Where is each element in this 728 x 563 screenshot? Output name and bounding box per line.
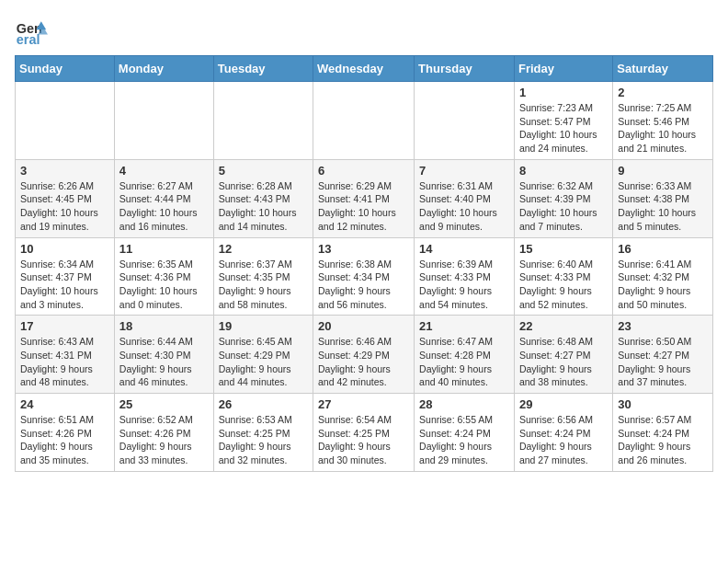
calendar-header-saturday: Saturday — [613, 56, 713, 82]
calendar-cell — [16, 82, 115, 160]
calendar-cell — [313, 82, 415, 160]
day-number: 20 — [318, 319, 409, 333]
calendar-cell: 16Sunrise: 6:41 AM Sunset: 4:32 PM Dayli… — [613, 237, 713, 316]
day-info: Sunrise: 6:53 AM Sunset: 4:25 PM Dayligh… — [219, 413, 308, 467]
calendar-cell: 26Sunrise: 6:53 AM Sunset: 4:25 PM Dayli… — [213, 394, 313, 472]
day-info: Sunrise: 6:39 AM Sunset: 4:33 PM Dayligh… — [419, 258, 509, 312]
calendar-cell: 13Sunrise: 6:38 AM Sunset: 4:34 PM Dayli… — [313, 237, 415, 316]
calendar-header-thursday: Thursday — [415, 56, 515, 82]
calendar-header-tuesday: Tuesday — [213, 56, 313, 82]
calendar-cell: 1Sunrise: 7:23 AM Sunset: 5:47 PM Daylig… — [514, 82, 612, 160]
day-info: Sunrise: 6:31 AM Sunset: 4:40 PM Dayligh… — [419, 179, 509, 234]
calendar-cell: 29Sunrise: 6:56 AM Sunset: 4:24 PM Dayli… — [514, 394, 612, 472]
calendar-cell — [415, 82, 515, 160]
day-info: Sunrise: 6:33 AM Sunset: 4:38 PM Dayligh… — [618, 179, 708, 234]
day-info: Sunrise: 6:32 AM Sunset: 4:39 PM Dayligh… — [519, 179, 608, 234]
logo: Gen eral — [15, 15, 53, 48]
header: Gen eral — [15, 15, 713, 48]
calendar-week-2: 3Sunrise: 6:26 AM Sunset: 4:45 PM Daylig… — [16, 159, 713, 237]
day-number: 23 — [618, 319, 708, 333]
day-info: Sunrise: 6:54 AM Sunset: 4:25 PM Dayligh… — [318, 413, 409, 467]
day-number: 2 — [618, 86, 708, 99]
day-info: Sunrise: 6:50 AM Sunset: 4:27 PM Dayligh… — [618, 335, 708, 389]
day-info: Sunrise: 6:44 AM Sunset: 4:30 PM Dayligh… — [119, 335, 209, 389]
calendar-cell: 8Sunrise: 6:32 AM Sunset: 4:39 PM Daylig… — [514, 159, 612, 237]
calendar-header-sunday: Sunday — [16, 56, 115, 82]
day-info: Sunrise: 6:28 AM Sunset: 4:43 PM Dayligh… — [219, 179, 308, 234]
day-info: Sunrise: 6:55 AM Sunset: 4:24 PM Dayligh… — [419, 413, 509, 467]
calendar-cell — [213, 82, 313, 160]
day-number: 25 — [119, 397, 209, 411]
calendar-cell: 6Sunrise: 6:29 AM Sunset: 4:41 PM Daylig… — [313, 159, 415, 237]
day-info: Sunrise: 6:40 AM Sunset: 4:33 PM Dayligh… — [519, 258, 608, 312]
day-number: 5 — [219, 164, 308, 178]
day-number: 26 — [219, 397, 308, 411]
day-info: Sunrise: 6:26 AM Sunset: 4:45 PM Dayligh… — [20, 179, 109, 234]
day-info: Sunrise: 6:43 AM Sunset: 4:31 PM Dayligh… — [20, 335, 109, 389]
calendar-week-5: 24Sunrise: 6:51 AM Sunset: 4:26 PM Dayli… — [16, 394, 713, 472]
day-number: 19 — [219, 319, 308, 333]
day-info: Sunrise: 6:47 AM Sunset: 4:28 PM Dayligh… — [419, 335, 509, 389]
day-number: 4 — [119, 164, 209, 178]
day-number: 13 — [318, 242, 409, 256]
day-number: 7 — [419, 164, 509, 178]
calendar-cell: 2Sunrise: 7:25 AM Sunset: 5:46 PM Daylig… — [613, 82, 713, 160]
calendar-body: 1Sunrise: 7:23 AM Sunset: 5:47 PM Daylig… — [16, 82, 713, 472]
calendar-week-3: 10Sunrise: 6:34 AM Sunset: 4:37 PM Dayli… — [16, 237, 713, 316]
day-info: Sunrise: 6:34 AM Sunset: 4:37 PM Dayligh… — [20, 258, 109, 312]
calendar-week-4: 17Sunrise: 6:43 AM Sunset: 4:31 PM Dayli… — [16, 316, 713, 394]
calendar-header-friday: Friday — [514, 56, 612, 82]
svg-text:eral: eral — [17, 32, 40, 47]
calendar-cell: 25Sunrise: 6:52 AM Sunset: 4:26 PM Dayli… — [114, 394, 213, 472]
day-number: 15 — [519, 242, 608, 256]
calendar-cell: 4Sunrise: 6:27 AM Sunset: 4:44 PM Daylig… — [114, 159, 213, 237]
day-info: Sunrise: 6:45 AM Sunset: 4:29 PM Dayligh… — [219, 335, 308, 389]
day-number: 27 — [318, 397, 409, 411]
calendar-cell: 12Sunrise: 6:37 AM Sunset: 4:35 PM Dayli… — [213, 237, 313, 316]
day-number: 14 — [419, 242, 509, 256]
day-info: Sunrise: 7:25 AM Sunset: 5:46 PM Dayligh… — [618, 101, 708, 155]
day-info: Sunrise: 6:52 AM Sunset: 4:26 PM Dayligh… — [119, 413, 209, 467]
calendar-cell: 18Sunrise: 6:44 AM Sunset: 4:30 PM Dayli… — [114, 316, 213, 394]
calendar-cell: 24Sunrise: 6:51 AM Sunset: 4:26 PM Dayli… — [16, 394, 115, 472]
day-number: 24 — [20, 397, 109, 411]
day-number: 30 — [618, 397, 708, 411]
calendar-header-monday: Monday — [114, 56, 213, 82]
day-info: Sunrise: 6:57 AM Sunset: 4:24 PM Dayligh… — [618, 413, 708, 467]
calendar-cell: 30Sunrise: 6:57 AM Sunset: 4:24 PM Dayli… — [613, 394, 713, 472]
day-number: 21 — [419, 319, 509, 333]
day-number: 22 — [519, 319, 608, 333]
day-info: Sunrise: 6:27 AM Sunset: 4:44 PM Dayligh… — [119, 179, 209, 234]
calendar-cell: 9Sunrise: 6:33 AM Sunset: 4:38 PM Daylig… — [613, 159, 713, 237]
day-number: 9 — [618, 164, 708, 178]
calendar-cell: 27Sunrise: 6:54 AM Sunset: 4:25 PM Dayli… — [313, 394, 415, 472]
day-number: 6 — [318, 164, 409, 178]
day-number: 1 — [519, 86, 608, 99]
calendar-cell: 7Sunrise: 6:31 AM Sunset: 4:40 PM Daylig… — [415, 159, 515, 237]
calendar-cell — [114, 82, 213, 160]
day-number: 17 — [20, 319, 109, 333]
logo-icon: Gen eral — [15, 15, 48, 48]
calendar-cell: 5Sunrise: 6:28 AM Sunset: 4:43 PM Daylig… — [213, 159, 313, 237]
calendar-header-row: SundayMondayTuesdayWednesdayThursdayFrid… — [16, 56, 713, 82]
day-number: 29 — [519, 397, 608, 411]
day-info: Sunrise: 6:35 AM Sunset: 4:36 PM Dayligh… — [119, 258, 209, 312]
day-number: 8 — [519, 164, 608, 178]
day-info: Sunrise: 6:37 AM Sunset: 4:35 PM Dayligh… — [219, 258, 308, 312]
calendar-cell: 28Sunrise: 6:55 AM Sunset: 4:24 PM Dayli… — [415, 394, 515, 472]
calendar-cell: 10Sunrise: 6:34 AM Sunset: 4:37 PM Dayli… — [16, 237, 115, 316]
day-info: Sunrise: 6:56 AM Sunset: 4:24 PM Dayligh… — [519, 413, 608, 467]
calendar-cell: 17Sunrise: 6:43 AM Sunset: 4:31 PM Dayli… — [16, 316, 115, 394]
day-number: 3 — [20, 164, 109, 178]
day-number: 16 — [618, 242, 708, 256]
day-info: Sunrise: 7:23 AM Sunset: 5:47 PM Dayligh… — [519, 101, 608, 155]
calendar-cell: 11Sunrise: 6:35 AM Sunset: 4:36 PM Dayli… — [114, 237, 213, 316]
day-info: Sunrise: 6:51 AM Sunset: 4:26 PM Dayligh… — [20, 413, 109, 467]
calendar-week-1: 1Sunrise: 7:23 AM Sunset: 5:47 PM Daylig… — [16, 82, 713, 160]
day-number: 10 — [20, 242, 109, 256]
calendar-cell: 20Sunrise: 6:46 AM Sunset: 4:29 PM Dayli… — [313, 316, 415, 394]
day-info: Sunrise: 6:48 AM Sunset: 4:27 PM Dayligh… — [519, 335, 608, 389]
calendar-cell: 23Sunrise: 6:50 AM Sunset: 4:27 PM Dayli… — [613, 316, 713, 394]
calendar-cell: 22Sunrise: 6:48 AM Sunset: 4:27 PM Dayli… — [514, 316, 612, 394]
day-info: Sunrise: 6:29 AM Sunset: 4:41 PM Dayligh… — [318, 179, 409, 234]
